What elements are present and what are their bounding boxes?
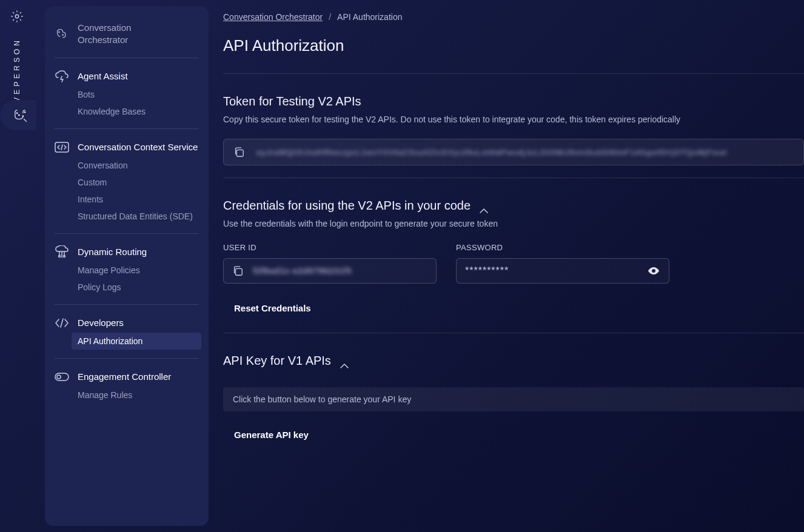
divider xyxy=(223,333,804,333)
sidebar-group-agent-assist: Agent Assist Bots Knowledge Bases xyxy=(55,58,199,129)
generate-api-key-button[interactable]: Generate API key xyxy=(234,426,309,444)
sidebar-item-sde[interactable]: Structured Data Entities (SDE) xyxy=(55,208,199,225)
svg-point-8 xyxy=(59,255,61,257)
sidebar-group-context-service: Conversation Context Service Conversatio… xyxy=(55,129,199,234)
svg-point-5 xyxy=(59,32,60,33)
sidebar: Conversation Orchestrator Agent Assist B… xyxy=(45,6,209,526)
password-field: ********** xyxy=(456,258,669,284)
svg-point-0 xyxy=(15,15,19,18)
user-id-field: f2f8ad1c-e2d9796231f5 xyxy=(223,258,437,284)
copy-user-id-icon[interactable] xyxy=(232,265,243,276)
brain-icon xyxy=(55,27,69,41)
apikey-placeholder: Click the button below to generate your … xyxy=(233,394,411,404)
apikey-field: Click the button below to generate your … xyxy=(223,387,804,411)
sidebar-group-dynamic-routing: Dynamic Routing Manage Policies Policy L… xyxy=(55,234,199,305)
collapse-apikey-icon[interactable] xyxy=(340,358,349,364)
show-password-icon[interactable] xyxy=(647,266,660,276)
sidebar-label-developers: Developers xyxy=(78,318,124,328)
sidebar-label-context-service: Conversation Context Service xyxy=(78,142,198,152)
breadcrumb-separator: / xyxy=(329,12,331,22)
token-section-desc: Copy this secure token for testing the V… xyxy=(223,115,804,124)
main-content: Conversation Orchestrator / API Authoriz… xyxy=(223,12,804,532)
password-value: ********** xyxy=(465,265,637,276)
svg-point-9 xyxy=(64,255,65,257)
toggle-icon xyxy=(55,370,69,384)
password-label: PASSWORD xyxy=(456,243,669,252)
copy-token-icon[interactable] xyxy=(233,147,244,158)
collapse-credentials-icon[interactable] xyxy=(479,203,489,209)
code-icon xyxy=(55,316,69,330)
apikey-section-title: API Key for V1 APIs xyxy=(223,354,804,368)
token-value: eyJraWQiOiJodHRwczpcL1wvYXV0aC5saXZlcGVy… xyxy=(256,148,794,157)
divider xyxy=(223,73,804,74)
cloud-lightning-icon xyxy=(55,69,69,84)
sidebar-item-dynamic-routing[interactable]: Dynamic Routing xyxy=(55,242,199,262)
svg-point-1 xyxy=(16,113,18,114)
sidebar-label-agent-assist: Agent Assist xyxy=(78,71,128,81)
sidebar-item-intents[interactable]: Intents xyxy=(55,191,199,208)
svg-point-11 xyxy=(57,375,61,379)
sidebar-item-engagement-controller[interactable]: Engagement Controller xyxy=(55,367,199,387)
divider xyxy=(223,178,804,178)
sidebar-item-policy-logs[interactable]: Policy Logs xyxy=(55,279,199,296)
sidebar-label-dynamic-routing: Dynamic Routing xyxy=(78,247,147,257)
user-id-column: USER ID f2f8ad1c-e2d9796231f5 xyxy=(223,243,437,284)
sidebar-item-knowledge-bases[interactable]: Knowledge Bases xyxy=(55,103,199,120)
credentials-row: USER ID f2f8ad1c-e2d9796231f5 PASSWORD *… xyxy=(223,243,804,284)
rail-active-app[interactable] xyxy=(0,100,36,130)
sidebar-item-conversation[interactable]: Conversation xyxy=(55,157,199,174)
cloud-routing-icon xyxy=(55,245,69,259)
token-field: eyJraWQiOiJodHRwczpcL1wvYXV0aC5saXZlcGVy… xyxy=(223,139,804,165)
sidebar-item-bots[interactable]: Bots xyxy=(55,86,199,103)
svg-point-4 xyxy=(24,111,25,113)
gear-icon[interactable] xyxy=(7,6,27,27)
sidebar-header: Conversation Orchestrator xyxy=(55,17,199,58)
credentials-section-title: Credentials for using the V2 APIs in you… xyxy=(223,199,804,213)
token-section-title: Token for Testing V2 APIs xyxy=(223,95,804,108)
code-window-icon xyxy=(55,140,69,155)
sidebar-header-line2: Orchestrator xyxy=(78,35,128,45)
sidebar-header-row[interactable]: Conversation Orchestrator xyxy=(55,19,199,49)
sidebar-label-engagement-controller: Engagement Controller xyxy=(78,371,171,382)
svg-rect-13 xyxy=(235,268,242,275)
user-id-label: USER ID xyxy=(223,243,437,252)
svg-point-14 xyxy=(652,269,655,273)
breadcrumb: Conversation Orchestrator / API Authoriz… xyxy=(223,12,804,22)
password-column: PASSWORD ********** xyxy=(456,243,669,284)
left-rail: LIVEPERSON xyxy=(0,0,34,532)
page-title: API Authorization xyxy=(223,36,804,55)
sidebar-header-line1: Conversation xyxy=(78,22,131,33)
breadcrumb-current: API Authorization xyxy=(337,12,402,22)
sidebar-item-custom[interactable]: Custom xyxy=(55,174,199,191)
svg-rect-12 xyxy=(236,150,243,156)
sidebar-item-api-authorization[interactable]: API Authorization xyxy=(72,333,201,350)
sidebar-item-manage-policies[interactable]: Manage Policies xyxy=(55,262,199,279)
credentials-title-text: Credentials for using the V2 APIs in you… xyxy=(223,199,471,213)
reset-credentials-button[interactable]: Reset Credentials xyxy=(234,299,311,317)
sidebar-item-context-service[interactable]: Conversation Context Service xyxy=(55,138,199,157)
sidebar-group-engagement-controller: Engagement Controller Manage Rules xyxy=(55,359,199,412)
breadcrumb-root-link[interactable]: Conversation Orchestrator xyxy=(223,12,323,22)
apikey-title-text: API Key for V1 APIs xyxy=(223,354,331,368)
user-id-value: f2f8ad1c-e2d9796231f5 xyxy=(253,266,352,276)
sidebar-item-manage-rules[interactable]: Manage Rules xyxy=(55,387,199,404)
svg-point-2 xyxy=(19,115,20,116)
sidebar-group-developers: Developers API Authorization xyxy=(55,305,199,359)
credentials-section-desc: Use the credentials with the login endpo… xyxy=(223,219,804,228)
sidebar-item-developers[interactable]: Developers xyxy=(55,313,199,333)
sidebar-item-agent-assist[interactable]: Agent Assist xyxy=(55,67,199,86)
svg-point-6 xyxy=(62,35,64,36)
